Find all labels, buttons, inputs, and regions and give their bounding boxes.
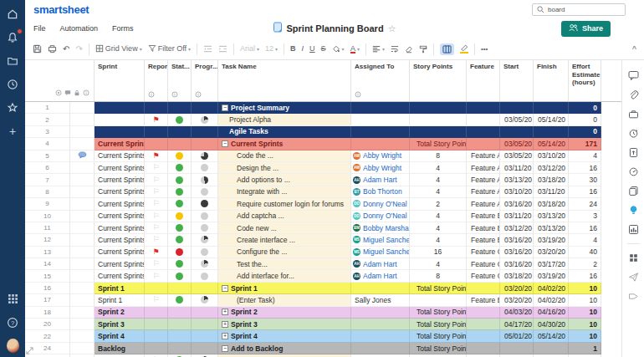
cell-task[interactable]: (Enter Task): [218, 294, 351, 306]
cell-sprint[interactable]: Sprint 4: [95, 330, 145, 342]
cell-flag[interactable]: [145, 343, 168, 354]
clear-format-eraser-icon[interactable]: [405, 45, 413, 54]
charts-icon[interactable]: [628, 224, 639, 235]
cell-assigned[interactable]: DODonny O'Neal: [351, 211, 410, 222]
cell-flag[interactable]: ⚐: [145, 174, 168, 186]
font-family-selector[interactable]: Arial ▾: [240, 45, 259, 53]
column-info-icon[interactable]: [195, 91, 214, 99]
cell-assigned[interactable]: AWAbby Wright: [351, 150, 410, 162]
cell-effort[interactable]: 40: [569, 247, 601, 258]
cell-feature[interactable]: [467, 330, 500, 342]
account-avatar[interactable]: [7, 339, 19, 352]
proofs-icon[interactable]: [628, 109, 639, 120]
flag-off-icon[interactable]: ⚐: [152, 236, 159, 243]
cell-flag[interactable]: ⚐: [145, 211, 168, 222]
cell-feature[interactable]: Feature C: [467, 247, 500, 258]
cell-status[interactable]: [168, 162, 192, 174]
cell-flag[interactable]: ⚑: [145, 150, 168, 162]
assignee-name[interactable]: Abby Wright: [363, 164, 401, 172]
row-number[interactable]: 7: [25, 174, 70, 186]
cell-feature[interactable]: Feature E: [467, 294, 500, 306]
cell-finish[interactable]: 03/12/20: [534, 162, 569, 174]
row-gutter[interactable]: [70, 307, 95, 319]
cell-progress[interactable]: [192, 222, 218, 234]
undo-icon[interactable]: ↶: [63, 45, 69, 54]
cell-finish[interactable]: 03/13/20: [534, 222, 569, 234]
flag-off-icon[interactable]: ⚐: [152, 260, 159, 268]
cell-start[interactable]: 04/17/20: [500, 319, 534, 330]
row-number[interactable]: 15: [25, 270, 70, 282]
save-icon[interactable]: [33, 44, 42, 54]
progress-harvey-ball[interactable]: [201, 212, 208, 220]
cell-feature[interactable]: Feature A: [467, 162, 500, 174]
cell-story[interactable]: 4: [410, 162, 467, 174]
expand-plus-box[interactable]: +: [222, 309, 228, 315]
cell-status[interactable]: [168, 247, 192, 258]
underline-button[interactable]: U: [309, 45, 315, 53]
create-plus-icon[interactable]: +: [7, 125, 19, 137]
flag-off-icon[interactable]: ⚐: [152, 176, 159, 184]
flag-on-icon[interactable]: ⚑: [152, 248, 159, 256]
card-grid-toggle-button[interactable]: [440, 43, 454, 55]
cell-progress[interactable]: [192, 343, 218, 354]
cell-finish[interactable]: 03/13/20: [534, 211, 569, 222]
flag-on-icon[interactable]: ⚑: [152, 116, 159, 124]
column-header-start[interactable]: Start: [500, 60, 534, 101]
row-number[interactable]: 20: [25, 319, 70, 330]
cell-task[interactable]: Add options to ...: [218, 174, 351, 186]
row-gutter[interactable]: [70, 150, 95, 162]
row-gutter[interactable]: [70, 294, 95, 306]
row-number[interactable]: 2: [25, 114, 70, 125]
cell-assigned[interactable]: [351, 138, 410, 150]
status-ball-green[interactable]: [176, 260, 183, 268]
cell-progress[interactable]: [192, 270, 218, 282]
cell-start[interactable]: 03/13/20: [500, 174, 534, 186]
progress-harvey-ball[interactable]: [201, 260, 208, 268]
row-gutter[interactable]: [70, 222, 95, 234]
cell-feature[interactable]: Feature C: [467, 270, 500, 282]
cell-feature[interactable]: [467, 283, 500, 294]
status-ball-green[interactable]: [176, 273, 183, 280]
cell-status[interactable]: [168, 150, 192, 162]
cell-flag[interactable]: [145, 330, 168, 342]
row-gutter[interactable]: [70, 270, 95, 282]
cell-flag[interactable]: [145, 319, 168, 330]
cell-sprint[interactable]: Current Sprints: [95, 174, 145, 186]
assignee-name[interactable]: Bobby Marshall: [363, 224, 410, 232]
progress-harvey-ball[interactable]: [201, 296, 208, 303]
cell-progress[interactable]: [192, 162, 218, 174]
row-number[interactable]: 9: [25, 198, 70, 210]
assignee-name[interactable]: Donny O'Neal: [363, 200, 407, 208]
cell-sprint[interactable]: Current Sprints: [95, 138, 145, 150]
cell-sprint[interactable]: Sprint 1: [95, 294, 145, 306]
cell-start[interactable]: [500, 126, 534, 138]
cell-progress[interactable]: [192, 186, 218, 198]
cell-status[interactable]: [168, 211, 192, 222]
progress-harvey-ball[interactable]: [201, 116, 208, 124]
attachments-icon[interactable]: [628, 89, 639, 100]
cell-feature[interactable]: [467, 114, 500, 125]
cell-status[interactable]: [168, 319, 192, 330]
column-header-finish[interactable]: Finish: [534, 60, 569, 101]
cell-task[interactable]: Add captcha ...: [218, 211, 351, 222]
cell-progress[interactable]: [192, 174, 218, 186]
cell-effort[interactable]: 16: [569, 222, 601, 234]
status-ball-yellow[interactable]: [176, 152, 183, 160]
cell-task[interactable]: Test the...: [218, 258, 351, 270]
cell-sprint[interactable]: [95, 126, 145, 138]
cell-story[interactable]: Total Story Points: 0: [410, 319, 467, 330]
cell-assigned[interactable]: Sally Jones: [351, 294, 410, 306]
cell-sprint[interactable]: Current Sprints: [95, 150, 145, 162]
cell-status[interactable]: [168, 343, 192, 354]
row-number[interactable]: 5: [25, 150, 70, 162]
cell-start[interactable]: 03/16/20: [500, 198, 534, 210]
cell-assigned[interactable]: [351, 330, 410, 342]
row-gutter[interactable]: [70, 330, 95, 342]
row-number[interactable]: 16: [25, 283, 70, 294]
flag-on-icon[interactable]: ⚑: [152, 152, 159, 160]
cell-effort[interactable]: 10: [569, 307, 601, 319]
cell-finish[interactable]: 03/10/20: [534, 150, 569, 162]
cell-progress[interactable]: [192, 307, 218, 319]
cell-progress[interactable]: [192, 102, 218, 114]
cell-start[interactable]: 05/01/20: [500, 330, 534, 342]
